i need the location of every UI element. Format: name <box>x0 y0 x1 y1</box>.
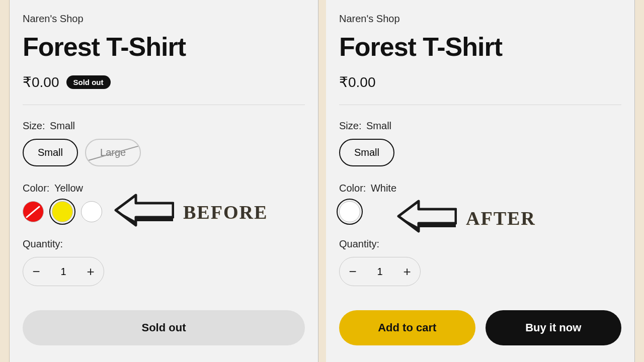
size-option-small[interactable]: Small <box>23 139 78 166</box>
price: ₹0.00 <box>23 74 59 90</box>
color-label: Color: <box>23 183 49 194</box>
quantity-increase[interactable]: + <box>394 257 420 286</box>
size-options: Small <box>339 139 621 166</box>
price-row: ₹0.00 Sold out <box>23 74 305 90</box>
quantity-stepper: − 1 + <box>339 257 421 286</box>
size-value: Small <box>366 120 391 131</box>
size-options: Small Large <box>23 139 305 166</box>
size-label-row: Size: Small <box>23 120 305 132</box>
cta-row: Add to cart Buy it now <box>339 310 621 345</box>
quantity-increase[interactable]: + <box>77 257 104 286</box>
quantity-decrease[interactable]: − <box>340 257 366 286</box>
color-label-row: Color: Yellow <box>23 183 305 194</box>
size-label-row: Size: Small <box>339 120 621 132</box>
price-row: ₹0.00 <box>339 74 621 90</box>
quantity-value: 1 <box>49 266 77 278</box>
before-panel: Naren's Shop Forest T-Shirt ₹0.00 Sold o… <box>10 0 318 362</box>
color-label: Color: <box>339 183 366 194</box>
divider <box>23 105 305 105</box>
product-title: Forest T-Shirt <box>23 32 305 62</box>
color-swatches <box>339 201 621 222</box>
shop-name: Naren's Shop <box>23 13 305 25</box>
color-swatch-red[interactable] <box>23 201 44 222</box>
color-label-row: Color: White <box>339 183 621 194</box>
color-swatch-white[interactable] <box>81 201 102 222</box>
color-value: White <box>371 183 396 194</box>
price: ₹0.00 <box>339 74 376 90</box>
quantity-stepper: − 1 + <box>23 257 104 286</box>
color-swatches <box>23 201 305 222</box>
color-value: Yellow <box>54 183 83 194</box>
quantity-label: Quantity: <box>339 238 621 250</box>
size-label: Size: <box>23 120 45 131</box>
shop-name: Naren's Shop <box>339 13 621 25</box>
quantity-decrease[interactable]: − <box>23 257 49 286</box>
buy-now-button[interactable]: Buy it now <box>486 310 622 345</box>
divider <box>339 105 621 105</box>
soldout-badge: Sold out <box>66 75 111 89</box>
size-label: Size: <box>339 120 361 131</box>
size-value: Small <box>50 120 75 131</box>
size-option-small[interactable]: Small <box>339 139 394 166</box>
soldout-button[interactable]: Sold out <box>23 310 305 345</box>
cta-row: Sold out <box>23 310 305 345</box>
color-swatch-yellow[interactable] <box>52 201 73 222</box>
size-option-large[interactable]: Large <box>85 139 141 166</box>
quantity-value: 1 <box>366 266 394 278</box>
add-to-cart-button[interactable]: Add to cart <box>339 310 475 345</box>
color-swatch-white[interactable] <box>339 201 360 222</box>
quantity-label: Quantity: <box>23 238 305 250</box>
after-panel: Naren's Shop Forest T-Shirt ₹0.00 Size: … <box>326 0 635 362</box>
product-title: Forest T-Shirt <box>339 32 621 62</box>
